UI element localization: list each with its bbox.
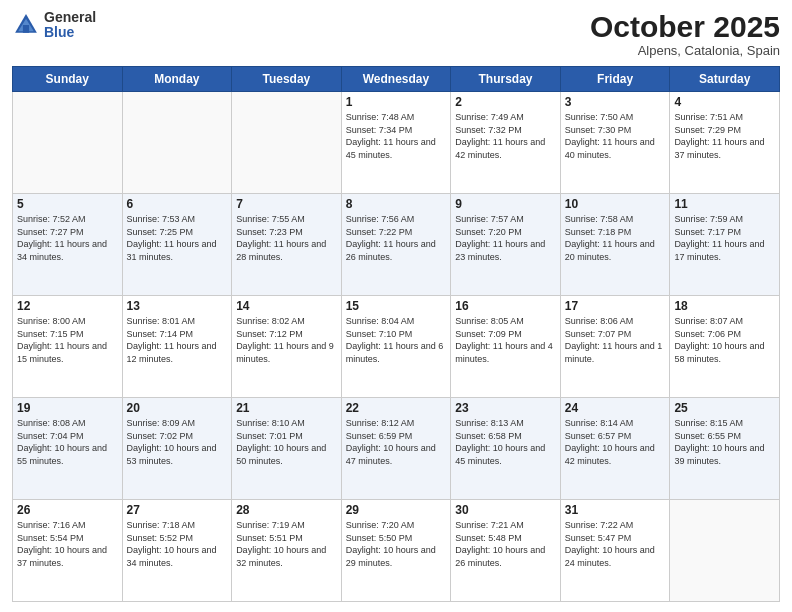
calendar-day-cell: 23Sunrise: 8:13 AM Sunset: 6:58 PM Dayli… bbox=[451, 398, 561, 500]
title-block: October 2025 Alpens, Catalonia, Spain bbox=[590, 10, 780, 58]
calendar-day-cell: 9Sunrise: 7:57 AM Sunset: 7:20 PM Daylig… bbox=[451, 194, 561, 296]
calendar-day-cell: 13Sunrise: 8:01 AM Sunset: 7:14 PM Dayli… bbox=[122, 296, 232, 398]
day-number: 9 bbox=[455, 197, 556, 211]
weekday-header: Tuesday bbox=[232, 67, 342, 92]
calendar-day-cell bbox=[670, 500, 780, 602]
day-number: 7 bbox=[236, 197, 337, 211]
day-info: Sunrise: 8:02 AM Sunset: 7:12 PM Dayligh… bbox=[236, 315, 337, 365]
day-number: 23 bbox=[455, 401, 556, 415]
day-info: Sunrise: 7:51 AM Sunset: 7:29 PM Dayligh… bbox=[674, 111, 775, 161]
calendar-header-row: SundayMondayTuesdayWednesdayThursdayFrid… bbox=[13, 67, 780, 92]
day-info: Sunrise: 8:08 AM Sunset: 7:04 PM Dayligh… bbox=[17, 417, 118, 467]
day-number: 22 bbox=[346, 401, 447, 415]
calendar-day-cell: 14Sunrise: 8:02 AM Sunset: 7:12 PM Dayli… bbox=[232, 296, 342, 398]
calendar-day-cell: 4Sunrise: 7:51 AM Sunset: 7:29 PM Daylig… bbox=[670, 92, 780, 194]
calendar-day-cell bbox=[232, 92, 342, 194]
weekday-header: Monday bbox=[122, 67, 232, 92]
calendar-day-cell: 15Sunrise: 8:04 AM Sunset: 7:10 PM Dayli… bbox=[341, 296, 451, 398]
calendar-day-cell: 2Sunrise: 7:49 AM Sunset: 7:32 PM Daylig… bbox=[451, 92, 561, 194]
day-number: 26 bbox=[17, 503, 118, 517]
calendar-day-cell: 6Sunrise: 7:53 AM Sunset: 7:25 PM Daylig… bbox=[122, 194, 232, 296]
calendar-day-cell: 20Sunrise: 8:09 AM Sunset: 7:02 PM Dayli… bbox=[122, 398, 232, 500]
day-number: 17 bbox=[565, 299, 666, 313]
day-info: Sunrise: 7:56 AM Sunset: 7:22 PM Dayligh… bbox=[346, 213, 447, 263]
day-info: Sunrise: 8:10 AM Sunset: 7:01 PM Dayligh… bbox=[236, 417, 337, 467]
day-info: Sunrise: 7:50 AM Sunset: 7:30 PM Dayligh… bbox=[565, 111, 666, 161]
calendar-week-row: 1Sunrise: 7:48 AM Sunset: 7:34 PM Daylig… bbox=[13, 92, 780, 194]
day-number: 31 bbox=[565, 503, 666, 517]
logo-text: General Blue bbox=[44, 10, 96, 41]
weekday-header: Wednesday bbox=[341, 67, 451, 92]
weekday-header: Saturday bbox=[670, 67, 780, 92]
day-info: Sunrise: 8:15 AM Sunset: 6:55 PM Dayligh… bbox=[674, 417, 775, 467]
day-info: Sunrise: 7:52 AM Sunset: 7:27 PM Dayligh… bbox=[17, 213, 118, 263]
day-info: Sunrise: 8:06 AM Sunset: 7:07 PM Dayligh… bbox=[565, 315, 666, 365]
day-info: Sunrise: 7:57 AM Sunset: 7:20 PM Dayligh… bbox=[455, 213, 556, 263]
weekday-header: Thursday bbox=[451, 67, 561, 92]
day-number: 15 bbox=[346, 299, 447, 313]
day-number: 5 bbox=[17, 197, 118, 211]
calendar-day-cell bbox=[13, 92, 123, 194]
day-info: Sunrise: 7:21 AM Sunset: 5:48 PM Dayligh… bbox=[455, 519, 556, 569]
logo-general-text: General bbox=[44, 10, 96, 25]
calendar-week-row: 12Sunrise: 8:00 AM Sunset: 7:15 PM Dayli… bbox=[13, 296, 780, 398]
day-number: 11 bbox=[674, 197, 775, 211]
day-number: 19 bbox=[17, 401, 118, 415]
calendar-day-cell: 29Sunrise: 7:20 AM Sunset: 5:50 PM Dayli… bbox=[341, 500, 451, 602]
day-number: 4 bbox=[674, 95, 775, 109]
day-number: 10 bbox=[565, 197, 666, 211]
day-info: Sunrise: 7:48 AM Sunset: 7:34 PM Dayligh… bbox=[346, 111, 447, 161]
day-info: Sunrise: 8:05 AM Sunset: 7:09 PM Dayligh… bbox=[455, 315, 556, 365]
day-info: Sunrise: 8:07 AM Sunset: 7:06 PM Dayligh… bbox=[674, 315, 775, 365]
calendar-day-cell: 28Sunrise: 7:19 AM Sunset: 5:51 PM Dayli… bbox=[232, 500, 342, 602]
day-info: Sunrise: 7:53 AM Sunset: 7:25 PM Dayligh… bbox=[127, 213, 228, 263]
day-number: 25 bbox=[674, 401, 775, 415]
day-number: 28 bbox=[236, 503, 337, 517]
calendar-day-cell: 8Sunrise: 7:56 AM Sunset: 7:22 PM Daylig… bbox=[341, 194, 451, 296]
day-info: Sunrise: 8:00 AM Sunset: 7:15 PM Dayligh… bbox=[17, 315, 118, 365]
day-number: 12 bbox=[17, 299, 118, 313]
calendar-day-cell: 17Sunrise: 8:06 AM Sunset: 7:07 PM Dayli… bbox=[560, 296, 670, 398]
day-number: 16 bbox=[455, 299, 556, 313]
calendar-week-row: 26Sunrise: 7:16 AM Sunset: 5:54 PM Dayli… bbox=[13, 500, 780, 602]
day-info: Sunrise: 7:19 AM Sunset: 5:51 PM Dayligh… bbox=[236, 519, 337, 569]
day-number: 24 bbox=[565, 401, 666, 415]
day-number: 2 bbox=[455, 95, 556, 109]
day-info: Sunrise: 7:59 AM Sunset: 7:17 PM Dayligh… bbox=[674, 213, 775, 263]
day-info: Sunrise: 7:18 AM Sunset: 5:52 PM Dayligh… bbox=[127, 519, 228, 569]
calendar-day-cell: 31Sunrise: 7:22 AM Sunset: 5:47 PM Dayli… bbox=[560, 500, 670, 602]
day-number: 18 bbox=[674, 299, 775, 313]
weekday-header: Friday bbox=[560, 67, 670, 92]
day-info: Sunrise: 7:16 AM Sunset: 5:54 PM Dayligh… bbox=[17, 519, 118, 569]
calendar-day-cell: 26Sunrise: 7:16 AM Sunset: 5:54 PM Dayli… bbox=[13, 500, 123, 602]
day-number: 29 bbox=[346, 503, 447, 517]
header: General Blue October 2025 Alpens, Catalo… bbox=[12, 10, 780, 58]
day-info: Sunrise: 7:49 AM Sunset: 7:32 PM Dayligh… bbox=[455, 111, 556, 161]
day-info: Sunrise: 7:20 AM Sunset: 5:50 PM Dayligh… bbox=[346, 519, 447, 569]
calendar-day-cell: 25Sunrise: 8:15 AM Sunset: 6:55 PM Dayli… bbox=[670, 398, 780, 500]
calendar-day-cell: 24Sunrise: 8:14 AM Sunset: 6:57 PM Dayli… bbox=[560, 398, 670, 500]
calendar-day-cell: 12Sunrise: 8:00 AM Sunset: 7:15 PM Dayli… bbox=[13, 296, 123, 398]
day-number: 27 bbox=[127, 503, 228, 517]
day-info: Sunrise: 8:09 AM Sunset: 7:02 PM Dayligh… bbox=[127, 417, 228, 467]
calendar-day-cell: 22Sunrise: 8:12 AM Sunset: 6:59 PM Dayli… bbox=[341, 398, 451, 500]
day-number: 6 bbox=[127, 197, 228, 211]
calendar-day-cell: 27Sunrise: 7:18 AM Sunset: 5:52 PM Dayli… bbox=[122, 500, 232, 602]
day-number: 8 bbox=[346, 197, 447, 211]
day-number: 13 bbox=[127, 299, 228, 313]
day-number: 30 bbox=[455, 503, 556, 517]
logo: General Blue bbox=[12, 10, 96, 41]
day-info: Sunrise: 8:01 AM Sunset: 7:14 PM Dayligh… bbox=[127, 315, 228, 365]
calendar-week-row: 5Sunrise: 7:52 AM Sunset: 7:27 PM Daylig… bbox=[13, 194, 780, 296]
logo-blue-text: Blue bbox=[44, 25, 96, 40]
calendar-day-cell: 7Sunrise: 7:55 AM Sunset: 7:23 PM Daylig… bbox=[232, 194, 342, 296]
day-info: Sunrise: 7:55 AM Sunset: 7:23 PM Dayligh… bbox=[236, 213, 337, 263]
location: Alpens, Catalonia, Spain bbox=[590, 43, 780, 58]
svg-rect-2 bbox=[23, 25, 29, 33]
logo-icon bbox=[12, 11, 40, 39]
calendar-day-cell: 10Sunrise: 7:58 AM Sunset: 7:18 PM Dayli… bbox=[560, 194, 670, 296]
calendar-day-cell: 3Sunrise: 7:50 AM Sunset: 7:30 PM Daylig… bbox=[560, 92, 670, 194]
day-info: Sunrise: 8:14 AM Sunset: 6:57 PM Dayligh… bbox=[565, 417, 666, 467]
day-number: 3 bbox=[565, 95, 666, 109]
calendar-day-cell: 5Sunrise: 7:52 AM Sunset: 7:27 PM Daylig… bbox=[13, 194, 123, 296]
